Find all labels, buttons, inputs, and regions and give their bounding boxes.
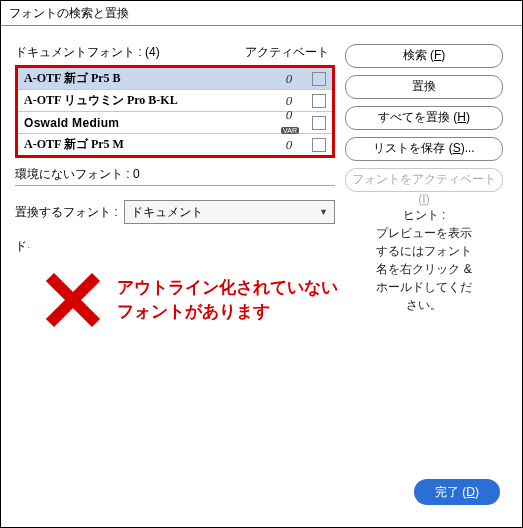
replace-all-button[interactable]: すべてを置換 (H) — [345, 106, 503, 130]
activate-col-label: アクティベート — [245, 44, 329, 61]
font-list-row[interactable]: Oswald Medium0VAR — [18, 112, 332, 134]
font-list-row[interactable]: A-OTF 新ゴ Pr5 B0 — [18, 68, 332, 90]
window-title: フォントの検索と置換 — [1, 1, 522, 26]
font-name: A-OTF 新ゴ Pr5 B — [24, 70, 276, 87]
left-panel: ドキュメントフォント : (4) アクティベート A-OTF 新ゴ Pr5 B0… — [15, 44, 335, 255]
replace-source-select[interactable]: ドキュメント ▼ — [124, 200, 335, 224]
font-zero-indicator: 0VAR — [276, 107, 302, 139]
done-button[interactable]: 完了 (D) — [414, 479, 500, 505]
warning-line-1: アウトライン化されていない — [117, 276, 338, 300]
font-zero-indicator: 0 — [276, 71, 302, 87]
activate-checkbox[interactable] — [312, 138, 326, 152]
hint-text: ヒント : プレビューを表示 するにはフォント 名を右クリック & ホールドして… — [345, 206, 503, 314]
activate-font-button: フォントをアクティベート (I) — [345, 168, 503, 192]
font-list-row[interactable]: A-OTF 新ゴ Pr5 M0 — [18, 134, 332, 155]
replace-button[interactable]: 置換 — [345, 75, 503, 99]
replace-with-label: 置換するフォント : — [15, 204, 118, 221]
variable-font-badge: VAR — [281, 127, 299, 134]
dialog-content: ドキュメントフォント : (4) アクティベート A-OTF 新ゴ Pr5 B0… — [1, 26, 522, 58]
chevron-down-icon: ▼ — [319, 207, 328, 217]
x-error-icon — [37, 264, 109, 336]
activate-checkbox[interactable] — [312, 94, 326, 108]
font-name: Oswald Medium — [24, 116, 276, 130]
warning-overlay: アウトライン化されていない フォントがあります — [29, 240, 349, 360]
font-name: A-OTF リュウミン Pro B-KL — [24, 92, 276, 109]
docfont-count-label: ドキュメントフォント : (4) — [15, 44, 160, 61]
select-value: ドキュメント — [131, 204, 203, 221]
save-list-button[interactable]: リストを保存 (S)... — [345, 137, 503, 161]
find-button[interactable]: 検索 (F) — [345, 44, 503, 68]
font-zero-indicator: 0 — [276, 137, 302, 153]
env-missing-label: 環境にないフォント : 0 — [15, 164, 335, 186]
activate-checkbox[interactable] — [312, 72, 326, 86]
right-panel: 検索 (F) 置換 すべてを置換 (H) リストを保存 (S)... フォントを… — [345, 44, 503, 314]
font-name: A-OTF 新ゴ Pr5 M — [24, 136, 276, 153]
font-list: A-OTF 新ゴ Pr5 B0A-OTF リュウミン Pro B-KL0Oswa… — [15, 65, 335, 158]
activate-checkbox[interactable] — [312, 116, 326, 130]
warning-line-2: フォントがあります — [117, 300, 338, 324]
